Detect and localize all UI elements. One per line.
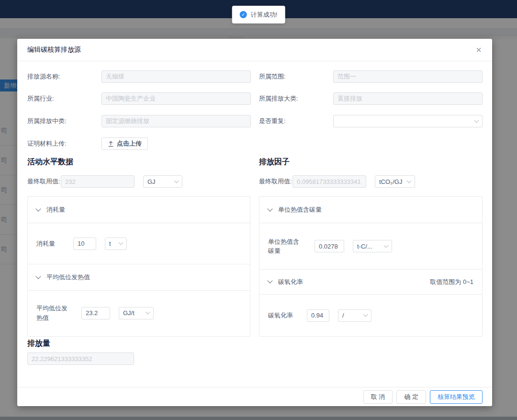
edit-emission-source-modal: 编辑碳核算排放源 × 排放源名称: 所属范围: 所属行业: 所属排放大类: 所属…	[17, 39, 492, 406]
carbon-content-unit-value: t-C/...	[357, 243, 372, 250]
collapse-chevron-icon	[35, 273, 41, 279]
collapse-chevron-icon	[35, 206, 41, 211]
factor-unit-value: tCO₂/GJ	[379, 178, 402, 185]
factor-unit-select[interactable]: tCO₂/GJ	[375, 175, 415, 188]
carbon-content-input[interactable]	[315, 240, 344, 252]
heating-value-row: 平均低位发热值 GJ/t	[28, 291, 250, 335]
mid-category-input	[101, 115, 251, 127]
heating-value-panel-title: 平均低位发热值	[46, 273, 90, 282]
source-name-input	[101, 70, 251, 83]
factor-panel: 单位热值含碳量 单位热值含碳量 t-C/... 碳氧化率 取值范围为 0~1 碳…	[259, 196, 483, 337]
cancel-button[interactable]: 取 消	[363, 390, 393, 404]
form-row: 所属排放中类: 是否重复:	[27, 115, 483, 127]
form-row: 证明材料上传: 点击上传	[27, 137, 483, 150]
chevron-down-icon	[174, 178, 179, 183]
emission-result-input	[27, 352, 134, 365]
consumption-collapse-header[interactable]: 消耗量	[28, 197, 250, 223]
upload-button-label: 点击上传	[117, 139, 142, 148]
heating-value-unit-select[interactable]: GJ/t	[119, 307, 154, 319]
oxidation-rate-row: 碳氧化率 /	[259, 295, 482, 336]
chevron-down-icon	[363, 312, 368, 317]
heating-value-input[interactable]	[81, 307, 110, 319]
is-repeat-select[interactable]	[333, 115, 483, 127]
upload-button[interactable]: 点击上传	[101, 137, 148, 150]
upload-icon	[108, 141, 114, 147]
screen: 新增排放源 司 司 司 司 司 ✓ 计算成功! 编辑碳核算排放源 × 排放源名称…	[0, 0, 517, 420]
consumption-field-label: 消耗量	[36, 239, 70, 249]
heating-value-unit-value: GJ/t	[123, 309, 135, 317]
consumption-unit-select[interactable]: t	[105, 238, 127, 250]
chevron-down-icon	[146, 310, 150, 315]
heating-value-field-label: 平均低位发热值	[36, 304, 71, 322]
result-preview-button[interactable]: 核算结果预览	[430, 390, 483, 404]
oxidation-rate-collapse-header[interactable]: 碳氧化率 取值范围为 0~1	[259, 270, 482, 295]
final-values-row: 最终取用值: GJ 最终取用值: tCO₂/GJ	[27, 175, 483, 188]
oxidation-rate-unit-select[interactable]: /	[338, 309, 371, 322]
emission-section-title: 排放量	[27, 339, 50, 349]
consumption-input[interactable]	[73, 238, 96, 250]
factor-section-title: 排放因子	[259, 157, 290, 167]
success-toast: ✓ 计算成功!	[232, 6, 285, 23]
activity-section-title: 活动水平数据	[27, 157, 73, 167]
industry-label: 所属行业:	[27, 94, 101, 103]
carbon-content-unit-select[interactable]: t-C/...	[353, 240, 392, 252]
confirm-button[interactable]: 确 定	[396, 390, 426, 404]
factor-final-input	[292, 175, 366, 188]
close-icon[interactable]: ×	[473, 44, 484, 56]
form-row: 所属行业: 所属排放大类:	[27, 92, 483, 105]
heating-value-collapse-header[interactable]: 平均低位发热值	[28, 264, 250, 291]
carbon-content-collapse-header[interactable]: 单位热值含碳量	[259, 197, 482, 223]
industry-input	[101, 92, 251, 105]
oxidation-rate-unit-value: /	[342, 312, 344, 319]
chevron-down-icon	[474, 118, 479, 123]
carbon-content-panel-title: 单位热值含碳量	[278, 205, 322, 214]
toast-message: 计算成功!	[251, 11, 278, 19]
activity-panel: 消耗量 消耗量 t 平均低位发热值 平均低位发热值 GJ/t	[27, 196, 250, 337]
factor-final-label: 最终取用值:	[259, 177, 292, 186]
chevron-down-icon	[119, 240, 124, 245]
modal-header: 编辑碳核算排放源 ×	[17, 39, 492, 61]
consumption-unit-value: t	[109, 240, 111, 247]
modal-title: 编辑碳核算排放源	[27, 45, 81, 54]
carbon-content-row: 单位热值含碳量 t-C/...	[259, 223, 482, 270]
upload-label: 证明材料上传:	[27, 139, 101, 148]
oxidation-rate-input[interactable]	[307, 309, 329, 322]
oxidation-rate-panel-title: 碳氧化率	[278, 278, 303, 286]
activity-final-input	[61, 175, 135, 188]
collapse-chevron-icon	[267, 278, 272, 283]
major-category-label: 所属排放大类:	[259, 94, 333, 103]
chevron-down-icon	[407, 178, 412, 183]
scope-label: 所属范围:	[259, 72, 333, 81]
activity-unit-value: GJ	[147, 178, 156, 185]
activity-unit-select[interactable]: GJ	[143, 175, 182, 188]
form-row: 排放源名称: 所属范围:	[27, 70, 483, 83]
carbon-content-field-label: 单位热值含碳量	[268, 237, 303, 256]
activity-final-label: 最终取用值:	[27, 177, 61, 186]
chevron-down-icon	[384, 243, 389, 248]
collapse-chevron-icon	[267, 206, 272, 211]
consumption-row: 消耗量 t	[28, 223, 250, 264]
major-category-input	[333, 92, 483, 105]
modal-footer: 取 消 确 定 核算结果预览	[17, 387, 492, 406]
scope-input	[333, 70, 483, 83]
success-check-icon: ✓	[240, 11, 247, 18]
oxidation-rate-field-label: 碳氧化率	[268, 311, 302, 320]
is-repeat-label: 是否重复:	[259, 117, 333, 125]
mid-category-label: 所属排放中类:	[27, 117, 101, 125]
source-name-label: 排放源名称:	[27, 72, 101, 81]
oxidation-rate-range-note: 取值范围为 0~1	[430, 278, 473, 286]
consumption-panel-title: 消耗量	[46, 205, 65, 214]
